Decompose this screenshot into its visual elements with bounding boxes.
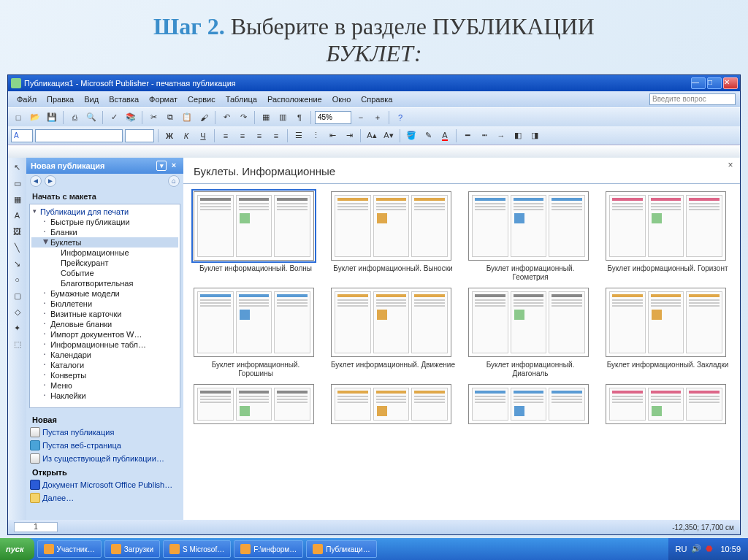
zoom-out-icon[interactable]: −: [354, 110, 368, 125]
template-thumbnail[interactable]: Буклет информационный. Выноски: [331, 191, 455, 282]
picture-tool-icon[interactable]: 🖼: [11, 225, 24, 238]
clock[interactable]: 10:59: [720, 545, 741, 553]
save-icon[interactable]: 💾: [45, 110, 59, 125]
forward-icon[interactable]: ►: [45, 175, 56, 187]
template-thumbnail[interactable]: Буклет информационный. Горошины: [194, 288, 318, 378]
gallery-close-icon[interactable]: ×: [725, 161, 736, 171]
tree-item[interactable]: Бланки: [31, 227, 178, 237]
size-combobox[interactable]: [125, 129, 154, 142]
tree-item[interactable]: Прейскурант: [31, 258, 178, 268]
template-thumbnail[interactable]: Буклет информационный. Горизонт: [606, 191, 730, 282]
help-icon[interactable]: ?: [393, 110, 408, 125]
start-button[interactable]: пуск: [0, 538, 34, 560]
taskbar-item[interactable]: Загрузки: [104, 540, 160, 558]
3d-icon[interactable]: ◨: [527, 129, 542, 143]
close-button[interactable]: ✕: [723, 77, 738, 89]
tree-item[interactable]: Публикации для печати: [31, 207, 178, 217]
zoom-in-icon[interactable]: +: [370, 110, 385, 125]
arrow-style-icon[interactable]: →: [494, 129, 508, 143]
link-recent-doc[interactable]: Документ Microsoft Office Publish…: [26, 478, 183, 491]
menu-arrange[interactable]: Расположение: [263, 93, 327, 105]
dash-style-icon[interactable]: ┅: [477, 129, 492, 143]
tree-item[interactable]: Визитные карточки: [31, 309, 178, 319]
menu-window[interactable]: Окно: [328, 93, 356, 105]
template-thumbnail[interactable]: Буклет информационный. Закладки: [606, 288, 730, 378]
menu-help[interactable]: Справка: [356, 93, 397, 105]
shadow-icon[interactable]: ◧: [511, 129, 525, 143]
print-icon[interactable]: ⎙: [67, 110, 82, 125]
bring-front-icon[interactable]: ▦: [259, 110, 273, 125]
menu-view[interactable]: Вид: [80, 93, 103, 105]
bookmark-tool-icon[interactable]: ✦: [11, 321, 24, 334]
redo-icon[interactable]: ↷: [236, 110, 251, 125]
taskpane-close-icon[interactable]: ×: [169, 161, 179, 171]
font-color-icon[interactable]: A: [438, 129, 452, 143]
maximize-button[interactable]: □: [707, 77, 722, 89]
copy-icon[interactable]: ⧉: [163, 110, 178, 125]
special-chars-icon[interactable]: ¶: [292, 110, 307, 125]
tree-item[interactable]: Событие: [31, 268, 178, 278]
minimize-button[interactable]: —: [691, 77, 706, 89]
back-icon[interactable]: ◄: [30, 175, 42, 187]
taskpane-dropdown-icon[interactable]: ▾: [156, 161, 167, 171]
fmt-painter-icon[interactable]: 🖌: [196, 110, 211, 125]
menu-insert[interactable]: Вставка: [104, 93, 143, 105]
tree-item[interactable]: Бюллетени: [31, 299, 178, 309]
tree-item[interactable]: Импорт документов W…: [31, 329, 178, 340]
arrow-tool-icon[interactable]: ↘: [11, 257, 24, 270]
justify-icon[interactable]: ≡: [269, 129, 283, 143]
tree-item[interactable]: Меню: [31, 380, 178, 391]
taskbar-item[interactable]: Участник…: [37, 540, 102, 558]
new-icon[interactable]: □: [11, 110, 26, 125]
oval-tool-icon[interactable]: ○: [11, 273, 24, 286]
open-icon[interactable]: 📂: [28, 110, 42, 125]
tree-item[interactable]: Календари: [31, 350, 178, 360]
template-thumbnail[interactable]: [331, 384, 455, 428]
menu-tools[interactable]: Сервис: [183, 93, 220, 105]
table-tool-icon[interactable]: ▦: [11, 193, 24, 206]
textbox-tool-icon[interactable]: ▭: [11, 177, 24, 190]
tray-shield-icon[interactable]: ⬣: [706, 544, 716, 554]
home-icon[interactable]: ⌂: [168, 175, 180, 187]
tree-item[interactable]: Конверты: [31, 370, 178, 380]
template-thumbnail[interactable]: Буклет информационный. Геометрия: [468, 191, 592, 282]
tree-item[interactable]: Наклейки: [31, 391, 178, 401]
bold-icon[interactable]: Ж: [162, 129, 177, 143]
menu-table[interactable]: Таблица: [221, 93, 262, 105]
underline-icon[interactable]: Ч: [196, 129, 210, 143]
style-combobox[interactable]: A: [11, 129, 33, 142]
wordart-tool-icon[interactable]: A: [11, 209, 24, 222]
grow-font-icon[interactable]: A▴: [365, 129, 379, 143]
line-color-icon[interactable]: ✎: [421, 129, 435, 143]
taskbar-item[interactable]: S Microsof…: [163, 540, 231, 558]
numbering-icon[interactable]: ☰: [291, 129, 306, 143]
fill-color-icon[interactable]: 🪣: [404, 129, 419, 143]
tree-item[interactable]: Информационные: [31, 248, 178, 258]
line-tool-icon[interactable]: ╲: [11, 241, 24, 254]
template-thumbnail[interactable]: [468, 384, 592, 428]
spell-icon[interactable]: ✓: [107, 110, 121, 125]
align-left-icon[interactable]: ≡: [218, 129, 233, 143]
tree-item[interactable]: Буклеты: [31, 237, 178, 248]
template-thumbnail[interactable]: Буклет информационный. Диагональ: [468, 288, 592, 378]
taskbar-item[interactable]: Публикаци…: [306, 540, 376, 558]
cut-icon[interactable]: ✂: [146, 110, 161, 125]
link-blank-webpage[interactable]: Пустая веб-страница: [26, 439, 183, 452]
tray-volume-icon[interactable]: 🔊: [691, 544, 701, 554]
template-thumbnail[interactable]: [194, 384, 318, 428]
design-gallery-icon[interactable]: ⬚: [11, 337, 24, 350]
zoom-combobox[interactable]: 45%: [315, 111, 351, 124]
select-tool-icon[interactable]: ↖: [11, 161, 24, 174]
increase-indent-icon[interactable]: ⇥: [342, 129, 356, 143]
menu-file[interactable]: Файл: [12, 93, 41, 105]
template-thumbnail[interactable]: [606, 384, 730, 428]
font-combobox[interactable]: [35, 129, 123, 142]
link-from-existing[interactable]: Из существующей публикации…: [26, 452, 183, 465]
decrease-indent-icon[interactable]: ⇤: [325, 129, 340, 143]
bullets-icon[interactable]: ⋮: [308, 129, 323, 143]
page-indicator[interactable]: 1: [14, 522, 58, 532]
paste-icon[interactable]: 📋: [180, 110, 194, 125]
research-icon[interactable]: 📚: [123, 110, 138, 125]
link-blank-publication[interactable]: Пустая публикация: [26, 426, 183, 439]
taskbar-item[interactable]: F:\информ…: [234, 540, 303, 558]
